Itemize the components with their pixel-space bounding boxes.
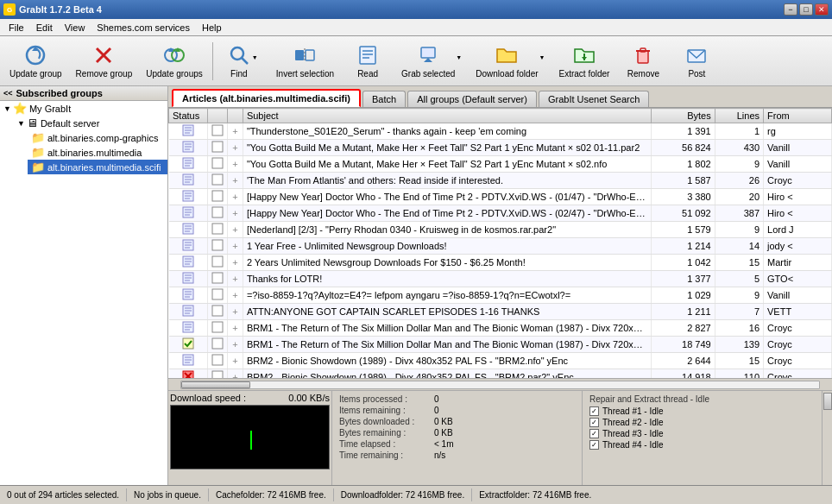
cell-bytes: 18 749 (652, 337, 715, 353)
invert-selection-button[interactable]: Invert selection (270, 39, 340, 84)
cell-col2 (208, 271, 228, 287)
repair-title: Repair and Extract thread - Idle (589, 394, 825, 404)
multimedia-icon: 📁 (31, 146, 45, 159)
grab-selected-arrow[interactable]: ▼ (456, 54, 462, 60)
sidebar-item-multimedia[interactable]: 📁 alt.binaries.multimedia (28, 145, 167, 160)
sidebar-item-default-server[interactable]: ▼ 🖥 Default server (14, 116, 167, 130)
table-row[interactable]: + "You Gotta Build Me a Mutant, Make Her… (169, 140, 832, 156)
cell-col2 (208, 369, 228, 379)
find-arrow[interactable]: ▼ (252, 54, 258, 60)
table-row[interactable]: + BRM1 - The Return of The Six Million D… (169, 320, 832, 337)
update-group-button[interactable]: Update group (3, 39, 68, 84)
svg-rect-54 (212, 207, 223, 217)
table-row[interactable]: + "Thunderstone_S01E20_Serum" - thanks a… (169, 123, 832, 140)
col-plus[interactable] (227, 109, 243, 123)
download-chart-panel: Download speed : 0.00 KB/s (168, 391, 332, 485)
table-row[interactable]: + 'The Man From Atlantis' and others: Re… (169, 173, 832, 189)
svg-rect-79 (212, 289, 223, 299)
table-row[interactable]: + [Happy New Year] Doctor Who - The End … (169, 205, 832, 222)
extract-folder-button[interactable]: Extract folder (552, 39, 615, 84)
menu-shemes[interactable]: Shemes.com services (91, 21, 195, 35)
cell-from: rg (764, 123, 832, 140)
download-folder-arrow[interactable]: ▼ (539, 54, 545, 60)
menu-file[interactable]: File (3, 21, 29, 35)
sidebar-item-comp-graphics[interactable]: 📁 alt.binaries.comp-graphics (28, 130, 167, 145)
col-subject[interactable]: Subject (243, 109, 652, 123)
table-row[interactable]: + 1 Year Free - Unlimited Newsgroup Down… (169, 238, 832, 255)
h-scroll-thumb[interactable] (181, 381, 250, 388)
table-row[interactable]: + BRM2 - Bionic Showdown (1989) - Divx 4… (169, 353, 832, 369)
repair-scrollbar[interactable] (822, 391, 832, 485)
tab-batch[interactable]: Batch (362, 91, 406, 107)
articles-table[interactable]: Status Subject Bytes Lines From + "Thund… (168, 108, 832, 378)
my-grabit-icon: ⭐ (13, 102, 27, 115)
table-row[interactable]: + Thanks for LOTR! 1 377 5 GTO< (169, 271, 832, 287)
update-groups-button[interactable]: Update groups (140, 39, 209, 84)
svg-line-9 (242, 58, 248, 64)
cell-subject: BRM1 - The Return of The Six Million Dol… (243, 320, 652, 337)
table-row[interactable]: + [Happy New Year] Doctor Who - The End … (169, 189, 832, 205)
h-scrollbar[interactable] (168, 378, 832, 390)
menu-help[interactable]: Help (197, 21, 227, 35)
remove-button[interactable]: Remove (617, 39, 669, 84)
thread-checkbox-2[interactable] (589, 418, 599, 427)
table-row[interactable]: + [Nederland] [2/3] - "Perry Rhodan 0340… (169, 222, 832, 238)
sidebar-collapse-arrows[interactable]: << (3, 89, 13, 98)
thread-label-3: Thread #3 - Idle (602, 429, 664, 438)
cell-lines: 387 (715, 205, 763, 222)
sidebar-item-my-grabit[interactable]: ▼ ⭐ My GrabIt (0, 101, 167, 116)
menu-view[interactable]: View (60, 21, 91, 35)
my-grabit-label: My GrabIt (29, 104, 71, 114)
my-grabit-expand[interactable]: ▼ (3, 104, 11, 113)
col-bytes[interactable]: Bytes (652, 109, 715, 123)
table-row[interactable]: + BRM2 - Bionic Showdown (1989) - Divx 4… (169, 369, 832, 379)
cell-status (169, 255, 208, 271)
tab-all-groups[interactable]: All groups (Default server) (407, 91, 537, 107)
post-button[interactable]: Post (671, 39, 722, 84)
cell-plus: + (227, 320, 243, 337)
stat-items-processed-value: 0 (434, 394, 439, 404)
tab-grabit-usenet-search[interactable]: GrabIt Usenet Search (539, 91, 649, 107)
download-folder-button[interactable]: Download folder ▼ (470, 39, 551, 84)
remove-label: Remove (627, 69, 659, 79)
toolbar: Update group Remove group Update groups … (0, 36, 832, 86)
thread-checkbox-1[interactable] (589, 406, 599, 416)
sidebar-item-multimedia-scifi[interactable]: 📁 alt.binaries.multimedia.scifi (28, 160, 167, 174)
cell-lines: 5 (715, 271, 763, 287)
col-lines[interactable]: Lines (715, 109, 763, 123)
col-status[interactable]: Status (169, 109, 208, 123)
tab-articles[interactable]: Articles (alt.binaries.multimedia.scifi) (172, 89, 361, 107)
menu-edit[interactable]: Edit (31, 21, 58, 35)
extract-folder-icon (572, 43, 596, 67)
table-row[interactable]: + =?iso-8859-1?q?Ayltoz=E4?= lefpom ayng… (169, 287, 832, 304)
svg-rect-64 (212, 240, 223, 250)
multimedia-scifi-label: alt.binaries.multimedia.scifi (47, 162, 161, 173)
cell-col2 (208, 353, 228, 369)
maximize-button[interactable]: □ (799, 3, 813, 16)
table-row[interactable]: + ATTN:ANYONE GOT CAPTAIN SCARLET EPISOD… (169, 304, 832, 320)
table-row[interactable]: + BRM1 - The Return of The Six Million D… (169, 337, 832, 353)
thread-checkbox-3[interactable] (589, 429, 599, 438)
read-button[interactable]: Read (342, 39, 394, 84)
close-button[interactable]: ✕ (815, 3, 829, 16)
thread-checkbox-4[interactable] (589, 440, 599, 450)
tab-all-groups-label: All groups (Default server) (417, 94, 527, 104)
chart-line (250, 431, 252, 450)
repair-scroll-thumb[interactable] (823, 393, 832, 410)
minimize-button[interactable]: − (784, 3, 797, 16)
h-scroll-track[interactable] (180, 381, 820, 389)
default-server-expand[interactable]: ▼ (17, 119, 25, 128)
cell-lines: 15 (715, 353, 763, 369)
table-row[interactable]: + "You Gotta Build Me a Mutant, Make Her… (169, 156, 832, 173)
threads-container: Thread #1 - Idle Thread #2 - Idle Thread… (589, 406, 825, 450)
table-row[interactable]: + 2 Years Unlimited Newsgroup Downloads … (169, 255, 832, 271)
remove-group-button[interactable]: Remove group (70, 39, 139, 84)
col-from[interactable]: From (764, 109, 832, 123)
stat-bytes-downloaded: Bytes downloaded : 0 KB (339, 417, 575, 426)
col-col2[interactable] (208, 109, 228, 123)
grab-selected-button[interactable]: Grab selected ▼ (395, 39, 468, 84)
cell-lines: 16 (715, 320, 763, 337)
svg-rect-100 (212, 371, 223, 378)
find-button[interactable]: Find ▼ (217, 39, 268, 84)
cell-subject: BRM2 - Bionic Showdown (1989) - Divx 480… (243, 369, 652, 379)
